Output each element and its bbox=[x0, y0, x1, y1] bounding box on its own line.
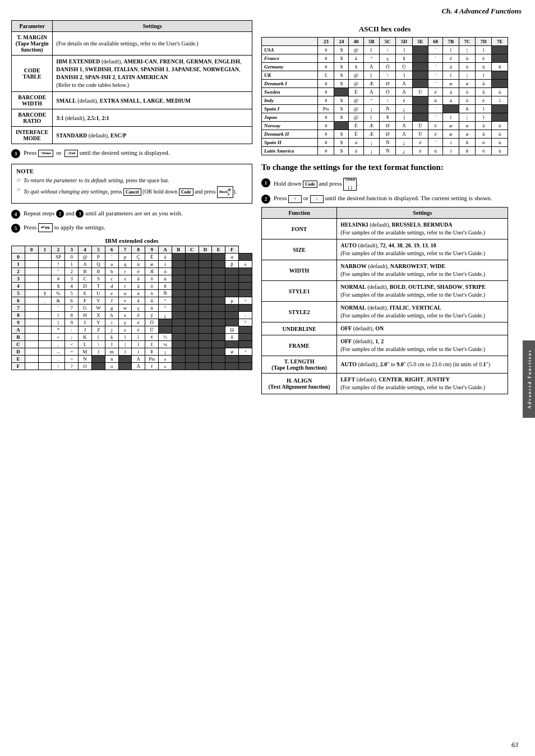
ibm-row: 1!1AQaqüæíβ± bbox=[12, 260, 252, 268]
ibm-cell bbox=[25, 362, 38, 370]
func-cell: H. ALIGN (Text Alignment function) bbox=[262, 374, 337, 394]
ibm-cell: 9 bbox=[65, 319, 79, 326]
ibm-cell bbox=[185, 282, 199, 289]
ascii-cell: ¡ bbox=[363, 147, 380, 155]
ascii-row: Sweden#ÉÄÖÅÜéäöåü bbox=[262, 88, 508, 96]
ibm-cell bbox=[25, 253, 38, 260]
func-col-header: Function bbox=[262, 208, 337, 219]
ibm-cell: " bbox=[52, 268, 65, 275]
table-row: BARCODEWIDTH SMALL (default), EXTRA SMAL… bbox=[12, 92, 252, 109]
ibm-cell: ç bbox=[132, 304, 145, 311]
ibm-cell: S bbox=[91, 275, 105, 282]
param-cell: INTERFACEMODE bbox=[12, 127, 53, 144]
param-cell: BARCODERATIO bbox=[12, 109, 53, 127]
ibm-th: 8 bbox=[132, 246, 145, 253]
ascii-cell: É bbox=[349, 122, 363, 130]
ibm-cell bbox=[225, 362, 239, 370]
ibm-cell: Ω bbox=[225, 326, 239, 333]
ascii-cell: Ø bbox=[380, 130, 396, 139]
ibm-title: IBM extended codes bbox=[11, 237, 252, 244]
ibm-cell bbox=[225, 289, 239, 297]
ascii-cell bbox=[412, 63, 428, 71]
ascii-cell: Ñ bbox=[380, 147, 396, 155]
ibm-cell: 6 bbox=[65, 297, 79, 304]
ascii-cell: é bbox=[412, 147, 428, 155]
ascii-cell: # bbox=[318, 63, 334, 71]
ibm-cell: Y bbox=[91, 319, 105, 326]
ibm-cell: F bbox=[79, 297, 92, 304]
ibm-cell bbox=[185, 260, 199, 268]
ibm-th: F bbox=[225, 246, 239, 253]
ascii-cell: UK bbox=[262, 71, 318, 80]
ascii-cell: Ä bbox=[363, 63, 380, 71]
ibm-cell bbox=[185, 319, 199, 326]
setting-cell: 3:1 (default), 2.5:1, 2:1 bbox=[53, 109, 252, 127]
ascii-cell: Ä bbox=[363, 88, 380, 96]
ascii-cell: ¥ bbox=[380, 113, 396, 122]
param-col-header: Parameter bbox=[12, 21, 53, 32]
ibm-cell bbox=[38, 340, 52, 348]
ibm-cell bbox=[172, 304, 185, 311]
ibm-cell bbox=[225, 340, 239, 348]
ascii-cell: ä bbox=[443, 88, 459, 96]
ibm-cell: ª bbox=[159, 297, 172, 304]
ascii-cell: ù bbox=[459, 54, 475, 63]
ascii-row: USA#$@[\]`{|} bbox=[262, 46, 508, 54]
step-3: 3 Press ↑Home or ↓End until the desired … bbox=[11, 149, 252, 158]
ibm-cell: ' bbox=[52, 304, 65, 311]
step-ref-2: 2 bbox=[56, 210, 64, 218]
ibm-cell bbox=[38, 355, 52, 362]
ibm-cell: = bbox=[65, 348, 79, 355]
ascii-cell bbox=[412, 54, 428, 63]
ascii-cell: # bbox=[318, 88, 334, 96]
ibm-cell: Ñ bbox=[159, 289, 172, 297]
ibm-cell: J bbox=[79, 326, 92, 333]
ibm-cell bbox=[172, 268, 185, 275]
global-key: Global ¡ ¡ bbox=[343, 178, 357, 191]
ibm-cell bbox=[239, 268, 252, 275]
func-row: H. ALIGN (Text Alignment function)LEFT (… bbox=[262, 374, 508, 394]
ascii-cell: # bbox=[318, 130, 334, 139]
ibm-cell bbox=[212, 282, 225, 289]
ascii-cell: ' bbox=[428, 139, 443, 147]
step-3-text: Press ↑Home or ↓End until the desired se… bbox=[24, 149, 252, 157]
ascii-cell: É bbox=[349, 88, 363, 96]
ascii-cell: ] bbox=[396, 113, 412, 122]
ascii-cell: | bbox=[459, 113, 475, 122]
up-key: ↑ bbox=[288, 195, 302, 203]
ibm-cell bbox=[225, 355, 239, 362]
table-row: CODE TABLE IBM EXTENDED (default), AMERI… bbox=[12, 56, 252, 92]
ibm-cell: ê bbox=[132, 311, 145, 319]
setting-cell: IBM EXTENDED (default), AMERI-CAN, FRENC… bbox=[53, 56, 252, 92]
func-setting-cell: OFF (default), 1, 2(For samples of the a… bbox=[337, 335, 508, 356]
ibm-cell bbox=[212, 304, 225, 311]
ibm-cell bbox=[212, 311, 225, 319]
ascii-cell: # bbox=[318, 139, 334, 147]
ibm-cell: E bbox=[79, 289, 92, 297]
ascii-cell: $ bbox=[334, 80, 349, 88]
block2-key: Block@2 bbox=[217, 186, 233, 198]
ascii-cell: ' bbox=[428, 105, 443, 113]
ibm-cell: } bbox=[52, 319, 65, 326]
ibm-cell: 2 bbox=[65, 268, 79, 275]
ascii-cell: Japan bbox=[262, 113, 318, 122]
ibm-cell bbox=[199, 340, 212, 348]
settings-col-header-right: Settings bbox=[337, 208, 508, 219]
ascii-cell: å bbox=[476, 130, 492, 139]
ibm-cell: β bbox=[225, 260, 239, 268]
ibm-cell: ì bbox=[132, 348, 145, 355]
ascii-cell: $ bbox=[334, 46, 349, 54]
ibm-cell: s bbox=[118, 275, 132, 282]
ibm-cell: Æ bbox=[145, 268, 159, 275]
ibm-cell bbox=[239, 282, 252, 289]
ibm-cell: | bbox=[118, 340, 132, 348]
ibm-cell bbox=[225, 311, 239, 319]
ibm-cell: ¢ bbox=[145, 333, 159, 340]
func-table: Function Settings FONTHELSINKI (default)… bbox=[261, 207, 508, 394]
table-row: T. MARGIN(Tape Marginfunction) (For deta… bbox=[12, 32, 252, 56]
ascii-cell: Ü bbox=[412, 130, 428, 139]
ibm-cell: M bbox=[79, 348, 92, 355]
ascii-row: Latin America#$á¡Ñ¿éüíñóú bbox=[262, 147, 508, 155]
ibm-cell: X bbox=[91, 311, 105, 319]
ascii-cell: # bbox=[318, 46, 334, 54]
